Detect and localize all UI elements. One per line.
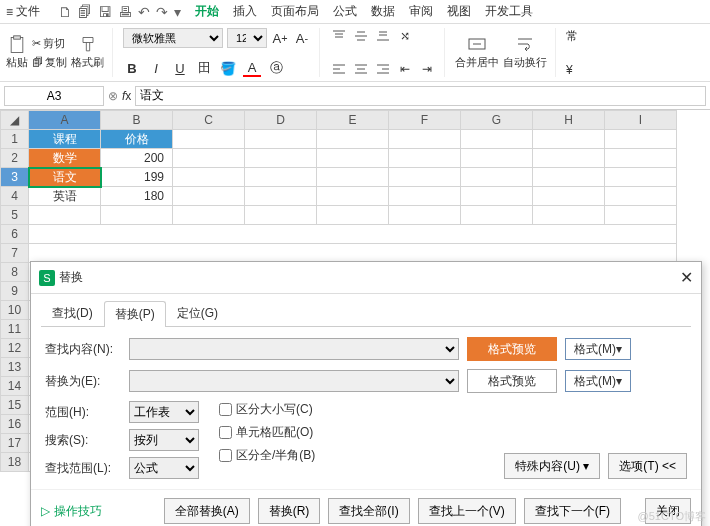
row-header[interactable]: 3	[1, 168, 29, 187]
col-header-A[interactable]: A	[29, 111, 101, 130]
row-header[interactable]: 1	[1, 130, 29, 149]
tab-layout[interactable]: 页面布局	[271, 3, 319, 20]
cell[interactable]	[605, 187, 677, 206]
cell[interactable]	[317, 149, 389, 168]
col-header-H[interactable]: H	[533, 111, 605, 130]
cell[interactable]: 课程	[29, 130, 101, 149]
paste-button[interactable]: 粘贴	[6, 35, 28, 70]
select-all[interactable]: ◢	[1, 111, 29, 130]
cell[interactable]	[317, 206, 389, 225]
col-header-E[interactable]: E	[317, 111, 389, 130]
tab-formula[interactable]: 公式	[333, 3, 357, 20]
match-case-checkbox[interactable]: 区分大小写(C)	[219, 401, 315, 418]
cell[interactable]	[173, 168, 245, 187]
align-bottom-icon[interactable]	[374, 28, 392, 44]
cell[interactable]	[29, 206, 101, 225]
col-header-I[interactable]: I	[605, 111, 677, 130]
col-header-G[interactable]: G	[461, 111, 533, 130]
row-header[interactable]: 15	[1, 396, 29, 415]
align-left-icon[interactable]	[330, 61, 348, 77]
decrease-font-icon[interactable]: A-	[293, 29, 311, 47]
cell[interactable]	[389, 168, 461, 187]
cell[interactable]	[245, 168, 317, 187]
file-menu[interactable]: ≡ 文件	[6, 3, 40, 20]
row-header[interactable]: 7	[1, 244, 29, 263]
tab-review[interactable]: 审阅	[409, 3, 433, 20]
scope-select[interactable]: 工作表	[129, 401, 199, 423]
fx-cancel-icon[interactable]: ⊗	[108, 89, 118, 103]
cell[interactable]	[245, 187, 317, 206]
row-header[interactable]: 11	[1, 320, 29, 339]
cell[interactable]	[173, 206, 245, 225]
cell[interactable]	[389, 206, 461, 225]
cell[interactable]	[101, 206, 173, 225]
row-header[interactable]: 8	[1, 263, 29, 282]
qat-icon[interactable]: 🗐	[78, 4, 92, 20]
tab-view[interactable]: 视图	[447, 3, 471, 20]
cell[interactable]	[533, 206, 605, 225]
cell[interactable]: 数学	[29, 149, 101, 168]
increase-font-icon[interactable]: A+	[271, 29, 289, 47]
number-format-label[interactable]: 常	[566, 28, 578, 45]
tab-start[interactable]: 开始	[195, 3, 219, 20]
cell[interactable]	[533, 187, 605, 206]
cell[interactable]	[605, 206, 677, 225]
cell[interactable]	[389, 187, 461, 206]
tab-data[interactable]: 数据	[371, 3, 395, 20]
cell[interactable]	[173, 187, 245, 206]
tab-developer[interactable]: 开发工具	[485, 3, 533, 20]
match-cell-checkbox[interactable]: 单元格匹配(O)	[219, 424, 315, 441]
row-header[interactable]: 9	[1, 282, 29, 301]
cell[interactable]	[389, 130, 461, 149]
merge-center-button[interactable]: 合并居中	[455, 35, 499, 70]
find-format-button[interactable]: 格式(M) ▾	[565, 338, 631, 360]
cell[interactable]	[173, 149, 245, 168]
qat-icon[interactable]: 🖶	[118, 4, 132, 20]
cell[interactable]	[533, 149, 605, 168]
close-icon[interactable]: ✕	[680, 268, 693, 287]
align-middle-icon[interactable]	[352, 28, 370, 44]
row-header[interactable]: 18	[1, 453, 29, 472]
font-color-button[interactable]: A	[243, 59, 261, 77]
row-header[interactable]: 2	[1, 149, 29, 168]
find-all-button[interactable]: 查找全部(I)	[328, 498, 409, 524]
cell[interactable]: 180	[101, 187, 173, 206]
lookin-select[interactable]: 公式	[129, 457, 199, 479]
font-size-select[interactable]: 12	[227, 28, 267, 48]
cell[interactable]	[533, 168, 605, 187]
orientation-icon[interactable]: ⤭	[396, 28, 414, 44]
tips-link[interactable]: ▷操作技巧	[41, 503, 102, 520]
row-header[interactable]: 13	[1, 358, 29, 377]
row-header[interactable]: 12	[1, 339, 29, 358]
font-name-select[interactable]: 微软雅黑	[123, 28, 223, 48]
cell-selected[interactable]: 语文	[29, 168, 101, 187]
cell[interactable]	[317, 168, 389, 187]
cell[interactable]	[317, 187, 389, 206]
cell[interactable]: 价格	[101, 130, 173, 149]
phonetic-button[interactable]: ⓐ	[267, 59, 285, 77]
cell[interactable]	[605, 168, 677, 187]
col-header-B[interactable]: B	[101, 111, 173, 130]
row-header[interactable]: 16	[1, 415, 29, 434]
qat-icon[interactable]: ↶	[138, 4, 150, 20]
cell[interactable]	[245, 130, 317, 149]
cell[interactable]	[317, 130, 389, 149]
italic-button[interactable]: I	[147, 59, 165, 77]
cell[interactable]	[389, 149, 461, 168]
qat-icon[interactable]: ↷	[156, 4, 168, 20]
border-button[interactable]: 田	[195, 59, 213, 77]
indent-inc-icon[interactable]: ⇥	[418, 61, 436, 77]
qat-dropdown-icon[interactable]: ▾	[174, 4, 181, 20]
tab-goto[interactable]: 定位(G)	[166, 300, 229, 326]
cell[interactable]	[461, 168, 533, 187]
cut-button[interactable]: ✂剪切	[32, 36, 67, 51]
special-content-button[interactable]: 特殊内容(U) ▾	[504, 453, 600, 479]
qat-icon[interactable]: 🗋	[58, 4, 72, 20]
find-prev-button[interactable]: 查找上一个(V)	[418, 498, 516, 524]
row-header[interactable]: 17	[1, 434, 29, 453]
replace-button[interactable]: 替换(R)	[258, 498, 321, 524]
row-header[interactable]: 5	[1, 206, 29, 225]
cell[interactable]	[461, 130, 533, 149]
row-header[interactable]: 6	[1, 225, 29, 244]
cell[interactable]	[533, 130, 605, 149]
